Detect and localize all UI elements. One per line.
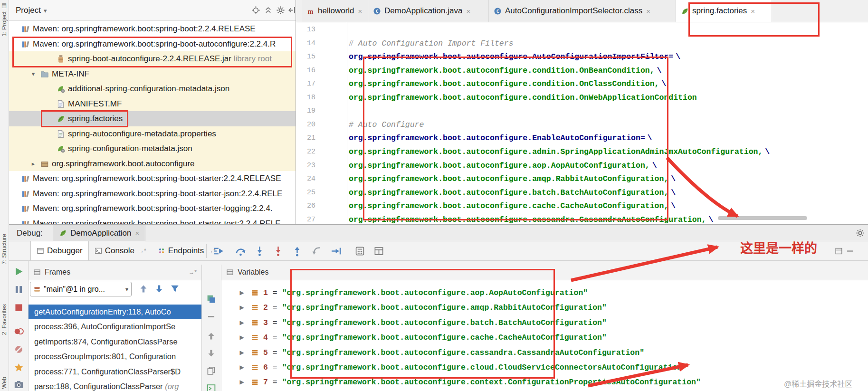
variable-row[interactable]: ▶4 = "org.springframework.boot.autoconfi… xyxy=(221,330,868,345)
line-continuation: \ xyxy=(657,66,662,75)
chevron-right-icon[interactable]: ▶ xyxy=(238,286,246,300)
ide-window: ▤ 1: Project 7: Structure 2: Favorites W… xyxy=(0,0,868,391)
project-tree-item[interactable]: ▸org.springframework.boot.autoconfigure xyxy=(9,156,296,172)
line-number: 16 xyxy=(296,64,315,78)
chevron-right-icon[interactable]: ▸ xyxy=(29,156,38,172)
project-tree-item[interactable]: Maven: org.springframework.boot:spring-b… xyxy=(9,37,296,52)
arrow-up-gray-icon[interactable] xyxy=(206,331,216,341)
stop-icon[interactable] xyxy=(14,303,24,313)
arrow-down-gray-icon[interactable] xyxy=(206,348,216,358)
horizontal-scrollbar[interactable] xyxy=(718,216,807,220)
toolwindow-button-structure[interactable]: 7: Structure xyxy=(1,234,8,265)
project-tree-item[interactable]: spring-boot-autoconfigure-2.2.4.RELEASE.… xyxy=(9,51,296,67)
toolwindow-button-favorites[interactable]: 2: Favorites xyxy=(1,304,8,335)
project-tree-item[interactable]: spring.factories xyxy=(9,111,296,126)
project-panel-header: Project ▾ xyxy=(9,0,296,21)
settings-gear-icon[interactable] xyxy=(856,229,865,238)
layout-settings-icon[interactable] xyxy=(374,246,384,256)
minus-icon[interactable] xyxy=(206,312,216,322)
step-into-icon[interactable] xyxy=(254,246,265,257)
project-tree-item[interactable]: Maven: org.springframework.boot:spring-b… xyxy=(9,216,296,225)
editor-tab-helloworld[interactable]: mhelloworld× xyxy=(302,0,368,22)
arrow-down-icon[interactable] xyxy=(154,284,164,294)
pin-tab-icon[interactable]: →* xyxy=(189,269,197,276)
arrow-up-icon[interactable] xyxy=(138,284,149,294)
stack-frame-row[interactable]: process:771, ConfigurationClassParser$D xyxy=(29,364,201,379)
variable-row[interactable]: ▶6 = "org.springframework.boot.autoconfi… xyxy=(221,360,868,375)
project-tree-item[interactable]: spring-autoconfigure-metadata.properties xyxy=(9,126,296,142)
variable-row[interactable]: ▶2 = "org.springframework.boot.autoconfi… xyxy=(221,300,868,315)
export-icon[interactable] xyxy=(206,383,216,391)
editor-tab-spring-factories[interactable]: spring.factories× xyxy=(676,0,772,22)
thread-dump-icon[interactable] xyxy=(14,380,24,390)
project-tree-item[interactable]: spring-configuration-metadata.json xyxy=(9,141,296,156)
variable-text: 2 = "org.springframework.boot.autoconfig… xyxy=(263,300,607,315)
editor-tab-demoapplication-java[interactable]: CDemoApplication.java× xyxy=(368,0,489,22)
hide-panel-icon[interactable] xyxy=(287,6,296,15)
stack-frame-row[interactable]: getImports:874, ConfigurationClassParse xyxy=(29,334,201,349)
chevron-right-icon[interactable]: ▶ xyxy=(238,315,246,330)
chevron-right-icon[interactable]: ▶ xyxy=(238,300,246,315)
debug-session-tab[interactable]: DemoApplication × xyxy=(53,225,145,241)
star-icon[interactable] xyxy=(14,362,24,372)
project-tree-item[interactable]: Maven: org.springframework.boot:spring-b… xyxy=(9,171,296,186)
show-execution-point-icon[interactable] xyxy=(213,246,224,257)
close-icon[interactable]: × xyxy=(358,7,362,15)
debug-toolbar-tab-console[interactable]: Console→* xyxy=(89,241,152,260)
watermark-text: @稀土掘金技术社区 xyxy=(784,378,852,389)
stack-frame-row[interactable]: parse:188, ConfigurationClassParser (org xyxy=(29,379,201,391)
collapse-all-icon[interactable] xyxy=(264,6,273,15)
close-icon[interactable]: × xyxy=(646,7,650,15)
stack-frame-row[interactable]: process:396, AutoConfigurationImportSe xyxy=(29,319,201,334)
close-icon[interactable]: × xyxy=(135,229,140,237)
threads-view-icon[interactable] xyxy=(206,294,216,304)
copy-stack-icon[interactable] xyxy=(206,366,216,376)
locate-icon[interactable] xyxy=(251,6,260,15)
view-breakpoints-icon[interactable] xyxy=(14,326,24,336)
pause-icon[interactable] xyxy=(14,285,24,295)
project-tree-item[interactable]: MANIFEST.MF xyxy=(9,96,296,112)
chevron-right-icon[interactable]: ▶ xyxy=(238,345,246,360)
hide-toolbar-icon[interactable] xyxy=(846,247,854,255)
chevron-right-icon[interactable]: ▶ xyxy=(238,330,246,345)
variable-row[interactable]: ▶1 = "org.springframework.boot.autoconfi… xyxy=(221,286,868,300)
stack-frame-row[interactable]: getAutoConfigurationEntry:118, AutoCo xyxy=(29,305,201,319)
frames-panel-header: Frames →* xyxy=(29,265,201,280)
maven-library-icon xyxy=(21,40,30,48)
close-icon[interactable]: × xyxy=(751,7,755,15)
toolwindow-button-web[interactable]: Web xyxy=(1,377,8,389)
project-tree-item[interactable]: Maven: org.springframework.boot:spring-b… xyxy=(9,186,296,201)
maven-library-icon xyxy=(21,174,30,183)
force-step-into-icon[interactable] xyxy=(273,246,284,257)
step-out-icon[interactable] xyxy=(292,246,303,257)
thread-selector-dropdown[interactable]: "main"@1 in gro... ▾ xyxy=(30,282,132,296)
project-tree-item[interactable]: Maven: org.springframework.boot:spring-b… xyxy=(9,201,296,216)
chevron-right-icon[interactable]: ▶ xyxy=(238,375,246,390)
chevron-right-icon[interactable]: ▶ xyxy=(238,360,246,375)
variable-row[interactable]: ▶5 = "org.springframework.boot.autoconfi… xyxy=(221,345,868,360)
stack-frame-row[interactable]: processGroupImports:801, Configuration xyxy=(29,349,201,364)
settings-gear-icon[interactable] xyxy=(276,6,285,15)
project-tree-item[interactable]: additional-spring-configuration-metadata… xyxy=(9,81,296,96)
mute-breakpoints-icon[interactable] xyxy=(14,344,24,354)
restore-layout-icon[interactable] xyxy=(835,247,843,255)
variable-row[interactable]: ▶7 = "org.springframework.boot.autoconfi… xyxy=(221,375,868,390)
project-tree-item[interactable]: Maven: org.springframework.boot:spring-b… xyxy=(9,21,296,37)
project-view-selector[interactable]: Project ▾ xyxy=(16,0,47,21)
frames-panel-title: Frames xyxy=(45,268,70,277)
editor-tab-autoconfigurationimportselector-class[interactable]: CAutoConfigurationImportSelector.class× xyxy=(489,0,676,22)
editor-code-area[interactable]: # Auto Configuration Import Filtersorg.s… xyxy=(347,22,868,224)
resume-icon[interactable] xyxy=(14,267,24,277)
run-to-cursor-icon[interactable] xyxy=(331,246,342,257)
toolwindow-button-project[interactable]: 1: Project xyxy=(1,11,8,37)
funnel-icon[interactable] xyxy=(170,284,180,294)
close-icon[interactable]: × xyxy=(466,7,470,15)
variable-row[interactable]: ▶3 = "org.springframework.boot.autoconfi… xyxy=(221,315,868,330)
step-over-icon[interactable] xyxy=(235,246,246,257)
chevron-down-icon[interactable]: ▾ xyxy=(29,67,38,82)
evaluate-expression-icon[interactable] xyxy=(355,246,365,256)
debug-toolbar-tab-debugger[interactable]: Debugger xyxy=(30,241,89,260)
drop-frame-icon[interactable] xyxy=(311,246,322,257)
project-tree-item[interactable]: ▾META-INF xyxy=(9,67,296,82)
debug-toolbar-tab-endpoints[interactable]: Endpoints→* xyxy=(152,241,221,260)
